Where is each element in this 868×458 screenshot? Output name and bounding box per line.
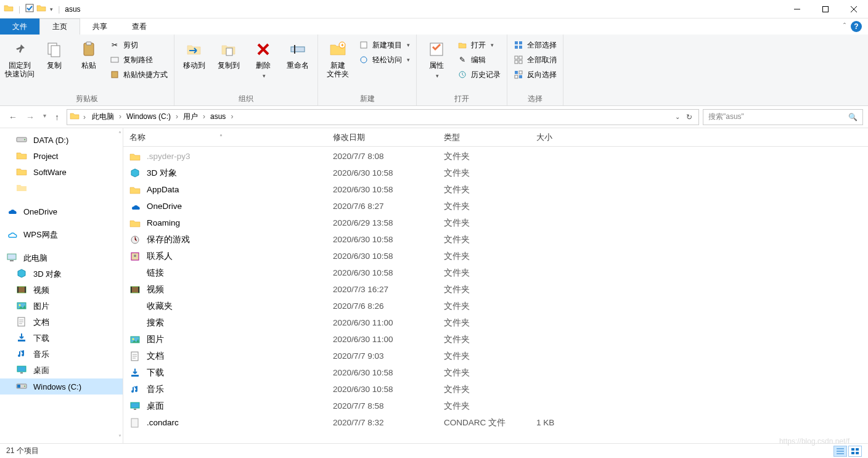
breadcrumb-segment[interactable]: Windows (C:) [124,112,173,121]
properties-button[interactable]: 属性▾ [420,37,452,90]
sidebar-item[interactable]: 视频 [0,282,123,298]
icons-view-button[interactable] [848,446,862,457]
file-row[interactable]: ath class="folder-icon" d="M1 5h6l2 2h8v… [123,314,868,331]
sidebar-item[interactable] [0,180,123,196]
tab-view[interactable]: 查看 [120,18,159,35]
file-row[interactable]: 音乐 2020/6/30 10:58 文件夹 [123,381,868,398]
breadcrumb-segment[interactable]: 用户 [181,112,200,121]
tab-share[interactable]: 共享 [80,18,120,35]
maximize-button[interactable] [811,0,840,18]
file-row[interactable]: 桌面 2020/7/7 8:58 文件夹 [123,398,868,414]
rename-button[interactable]: 重命名 [282,37,314,90]
copy-to-button[interactable]: 复制到 [213,37,245,90]
sidebar-item[interactable]: 此电脑 [0,250,123,266]
sidebar-item[interactable]: 3D 对象 [0,266,123,282]
sidebar-item[interactable]: 文档 [0,314,123,330]
sidebar-item[interactable]: DATA (D:) [0,132,123,148]
file-list[interactable]: .spyder-py3 2020/7/7 8:08 文件夹 3D 对象 2020… [123,147,868,443]
search-box[interactable]: 搜索"asus" 🔍 [703,109,863,125]
file-type: 文件夹 [438,334,530,345]
file-row[interactable]: ath class="folder-icon" d="M1 5h6l2 2h8v… [123,264,868,281]
file-row[interactable]: AppData 2020/6/30 10:58 文件夹 [123,181,868,198]
tab-home[interactable]: 主页 [39,18,80,35]
recent-dropdown-icon[interactable]: ▾ [43,112,46,122]
open-button[interactable]: 打开▾ [455,38,503,52]
cut-button[interactable]: ✂剪切 [107,38,170,52]
minimize-button[interactable] [783,0,811,18]
close-button[interactable] [840,0,868,18]
sidebar-item[interactable]: OneDrive [0,203,123,219]
address-bar[interactable]: › 此电脑›Windows (C:)›用户›asus› ⌄ ↻ [67,109,699,125]
select-all-button[interactable]: 全部选择 [511,38,559,52]
pin-to-quick-access-button[interactable]: 固定到 快速访问 [4,37,36,90]
qat-dropdown-icon[interactable]: ▾ [50,6,53,12]
chevron-right-icon[interactable]: › [228,112,235,121]
file-row[interactable]: Roaming 2020/6/29 13:58 文件夹 [123,215,868,231]
search-icon[interactable]: 🔍 [848,113,858,121]
chevron-right-icon[interactable]: › [173,112,181,121]
svg-rect-54 [131,375,139,377]
sidebar-item[interactable]: 下载 [0,330,123,346]
address-dropdown-icon[interactable]: ⌄ [675,113,680,120]
breadcrumb-segment[interactable]: asus [208,112,228,121]
scroll-down-icon[interactable]: ˅ [118,434,121,441]
file-row[interactable]: 图片 2020/6/30 11:00 文件夹 [123,331,868,348]
file-name: 收藏夹 [147,301,173,312]
details-view-button[interactable] [833,446,847,457]
easy-access-button[interactable]: 轻松访问▾ [356,53,412,67]
col-type[interactable]: 类型 [438,132,530,143]
delete-button[interactable]: 删除▾ [247,37,279,90]
sidebar-item[interactable]: Project [0,148,123,164]
col-size[interactable]: 大小 [530,132,623,143]
new-item-button[interactable]: 新建项目▾ [356,38,412,52]
file-row[interactable]: 联系人 2020/6/30 10:58 文件夹 [123,248,868,264]
chevron-right-icon[interactable]: › [81,113,88,121]
tab-file[interactable]: 文件 [0,18,39,35]
back-button[interactable]: ← [9,112,17,122]
breadcrumb-segment[interactable]: 此电脑 [89,112,117,121]
sidebar-item[interactable]: Windows (C:) [0,378,123,395]
history-button[interactable]: 历史记录 [455,68,503,81]
edit-button[interactable]: ✎编辑 [455,53,503,67]
svg-rect-25 [515,71,518,74]
invert-selection-button[interactable]: 反向选择 [511,68,559,81]
file-name: Roaming [147,218,180,227]
up-button[interactable]: ↑ [55,112,59,122]
file-row[interactable]: 下载 2020/6/30 10:58 文件夹 [123,364,868,381]
file-row[interactable]: 3D 对象 2020/6/30 10:58 文件夹 [123,165,868,181]
sidebar-item[interactable]: WPS网盘 [0,227,123,243]
file-row[interactable]: ath class="folder-icon" d="M1 5h6l2 2h8v… [123,298,868,314]
item-count: 21 个项目 [6,446,39,456]
move-to-button[interactable]: 移动到 [178,37,210,90]
file-row[interactable]: 文档 2020/7/7 9:03 文件夹 [123,348,868,364]
scroll-up-icon[interactable]: ˄ [118,131,121,137]
chevron-right-icon[interactable]: › [117,112,124,121]
column-headers[interactable]: 名称˄ 修改日期 类型 大小 [123,128,868,147]
separator: | [18,5,20,14]
sidebar-item[interactable]: 音乐 [0,346,123,362]
col-date[interactable]: 修改日期 [327,132,438,143]
sidebar-item[interactable]: 图片 [0,298,123,314]
sidebar-item[interactable]: SoftWare [0,164,123,180]
sidebar-item[interactable]: 桌面 [0,362,123,378]
forward-button[interactable]: → [26,112,35,122]
file-row[interactable]: 视频 2020/7/3 16:27 文件夹 [123,281,868,298]
file-row[interactable]: 保存的游戏 2020/6/30 10:58 文件夹 [123,231,868,248]
help-icon[interactable]: ? [851,21,862,32]
paste-shortcut-button[interactable]: 粘贴快捷方式 [107,68,170,81]
folder-icon[interactable] [36,3,46,15]
refresh-button[interactable]: ↻ [686,113,692,121]
new-folder-button[interactable]: ✦新建 文件夹 [322,37,354,90]
col-name[interactable]: 名称˄ [123,132,327,143]
copy-button[interactable]: 复制 [38,37,70,90]
navigation-pane[interactable]: ˄ DATA (D:)ProjectSoftWareOneDriveWPS网盘此… [0,128,123,443]
file-row[interactable]: OneDrive 2020/7/6 8:27 文件夹 [123,198,868,215]
file-row[interactable]: .condarc 2020/7/7 8:32 CONDARC 文件 1 KB [123,414,868,431]
copy-path-button[interactable]: 复制路径 [107,53,170,67]
collapse-ribbon-icon[interactable]: ˆ [843,22,846,31]
file-row[interactable]: .spyder-py3 2020/7/7 8:08 文件夹 [123,148,868,165]
qat-checkbox-icon[interactable] [25,4,34,14]
select-none-button[interactable]: 全部取消 [511,53,559,67]
chevron-right-icon[interactable]: › [200,112,208,121]
paste-button[interactable]: 粘贴 [73,37,105,90]
